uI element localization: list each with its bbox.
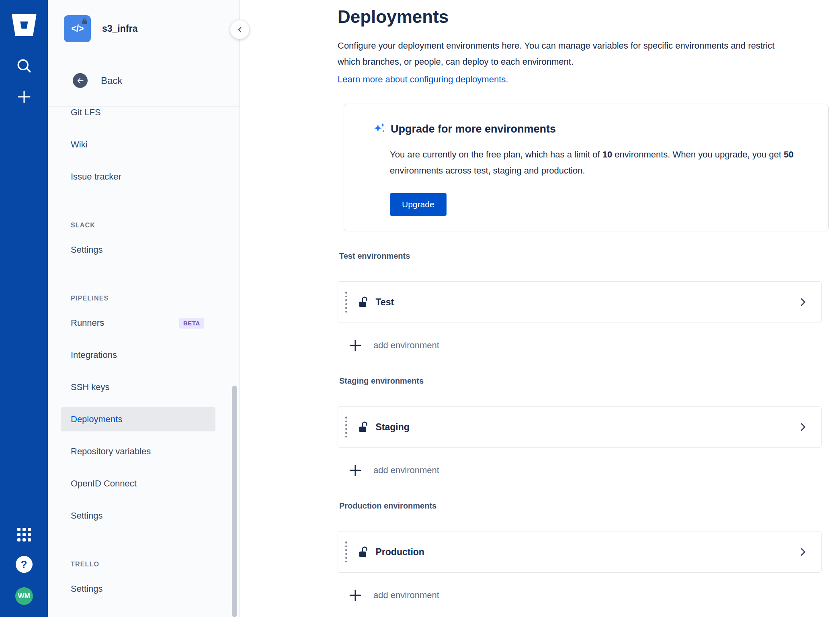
sidebar-item-runners[interactable]: Runners BETA: [61, 311, 215, 335]
sidebar-header: </> s3_infra Back: [48, 0, 240, 106]
unlock-icon: [358, 546, 370, 558]
sidebar-item-label: Git LFS: [71, 107, 101, 118]
bitbucket-logo-icon[interactable]: [11, 14, 37, 37]
upgrade-limit-value: 10: [602, 149, 612, 159]
repo-name: s3_infra: [102, 0, 137, 57]
sidebar-nav: Git LFS Wiki Issue tracker SLACK Setting…: [48, 106, 240, 617]
drag-handle-icon[interactable]: [345, 417, 347, 437]
sidebar-item-integrations[interactable]: Integrations: [61, 343, 215, 367]
user-avatar[interactable]: WM: [15, 587, 33, 605]
sidebar-section-trello: TRELLO: [61, 561, 215, 568]
unlock-icon: [358, 296, 370, 308]
add-environment-label: add environment: [373, 465, 439, 476]
global-sidebar: ? WM: [0, 0, 48, 617]
group-label-staging: Staging environments: [339, 376, 829, 388]
sidebar-item-label: Settings: [71, 245, 103, 255]
upgrade-card: Upgrade for more environments You are cu…: [344, 104, 829, 231]
group-label-test: Test environments: [339, 251, 829, 263]
sidebar-item-git-lfs[interactable]: Git LFS: [61, 106, 215, 125]
page-description: Configure your deployment environments h…: [338, 38, 786, 70]
repo-sidebar: </> s3_infra Back Git LFS Wiki Issue tra…: [48, 0, 240, 617]
drag-handle-icon[interactable]: [345, 541, 347, 562]
sidebar-item-label: Wiki: [71, 139, 88, 150]
sidebar-item-label: Settings: [71, 511, 103, 521]
upgrade-body: You are currently on the free plan, whic…: [390, 147, 800, 179]
plus-icon: [344, 459, 366, 481]
environment-card-production[interactable]: Production: [338, 531, 822, 573]
beta-badge: BETA: [179, 318, 204, 329]
learn-more-link[interactable]: Learn more about configuring deployments…: [338, 74, 508, 85]
global-nav-top: [11, 14, 37, 105]
upgrade-body-text: environments. When you upgrade, you get: [612, 149, 784, 159]
environment-card-staging[interactable]: Staging: [338, 406, 822, 448]
sidebar-item-label: Integrations: [71, 350, 117, 360]
upgrade-card-header: Upgrade for more environments: [373, 121, 804, 137]
sidebar-item-label: OpenID Connect: [71, 478, 137, 489]
group-label-production: Production environments: [339, 501, 829, 513]
search-icon[interactable]: [15, 57, 33, 75]
sidebar-item-deployments[interactable]: Deployments: [61, 407, 215, 431]
unlock-icon: [358, 421, 370, 433]
sidebar-item-openid-connect[interactable]: OpenID Connect: [61, 472, 215, 496]
sidebar-item-label: Settings: [71, 584, 103, 594]
upgrade-body-text: You are currently on the free plan, whic…: [390, 149, 602, 159]
global-nav-bottom: ? WM: [15, 528, 33, 605]
sidebar-item-pipelines-settings[interactable]: Settings: [61, 504, 215, 528]
chevron-right-icon[interactable]: [797, 296, 809, 308]
sparkle-icon: [373, 122, 385, 136]
sidebar-item-label: Runners: [71, 318, 104, 328]
sidebar-item-issue-tracker[interactable]: Issue tracker: [61, 165, 215, 189]
drag-handle-icon[interactable]: [345, 292, 347, 313]
back-button[interactable]: Back: [73, 73, 122, 88]
upgrade-upgraded-value: 50: [784, 149, 793, 159]
lock-badge-icon: [80, 16, 89, 25]
help-icon[interactable]: ?: [16, 556, 33, 573]
plus-icon: [344, 584, 366, 606]
add-environment-label: add environment: [373, 340, 439, 351]
sidebar-item-trello-settings[interactable]: Settings: [61, 577, 215, 601]
upgrade-button[interactable]: Upgrade: [390, 193, 447, 216]
add-environment-button-production[interactable]: add environment: [338, 584, 829, 606]
chevron-right-icon[interactable]: [797, 421, 809, 433]
sidebar-item-label: Repository variables: [71, 446, 151, 457]
sidebar-item-label: Issue tracker: [71, 172, 121, 182]
sidebar-item-slack-settings[interactable]: Settings: [61, 238, 215, 262]
upgrade-body-text: environments across test, staging and pr…: [390, 165, 585, 176]
sidebar-scrollbar[interactable]: [232, 386, 237, 617]
sidebar-section-slack: SLACK: [61, 222, 215, 229]
sidebar-item-label: SSH keys: [71, 382, 110, 392]
page-title: Deployments: [338, 6, 829, 28]
add-environment-button-staging[interactable]: add environment: [338, 459, 829, 481]
chevron-right-icon[interactable]: [797, 546, 809, 558]
sidebar-item-repository-variables[interactable]: Repository variables: [61, 439, 215, 464]
environment-name: Staging: [376, 422, 410, 433]
sidebar-item-ssh-keys[interactable]: SSH keys: [61, 375, 215, 399]
repo-avatar: </>: [64, 15, 91, 42]
create-icon[interactable]: [16, 88, 33, 105]
back-label: Back: [101, 75, 122, 86]
plus-icon: [344, 334, 366, 356]
collapse-sidebar-button[interactable]: [230, 20, 250, 39]
environment-name: Production: [376, 547, 424, 558]
upgrade-title: Upgrade for more environments: [391, 123, 556, 135]
main-content: Deployments Configure your deployment en…: [240, 0, 840, 617]
environment-card-test[interactable]: Test: [338, 281, 822, 323]
sidebar-item-wiki[interactable]: Wiki: [61, 133, 215, 157]
sidebar-item-label: Deployments: [71, 414, 122, 425]
environment-name: Test: [376, 297, 394, 308]
add-environment-label: add environment: [373, 590, 439, 601]
sidebar-section-pipelines: PIPELINES: [61, 295, 215, 302]
apps-grid-icon[interactable]: [17, 528, 31, 541]
back-arrow-icon: [73, 73, 88, 88]
add-environment-button-test[interactable]: add environment: [338, 334, 829, 356]
page: ? WM </> s3_infra Back G: [0, 0, 840, 617]
